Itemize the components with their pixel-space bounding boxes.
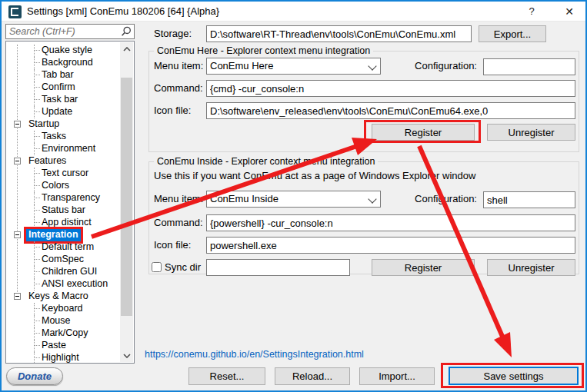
tree-connector [34, 143, 35, 155]
close-button[interactable]: ✕ [554, 2, 585, 22]
tree-item-startup[interactable]: Startup [6, 118, 134, 131]
here-icon-file-label: Icon file: [154, 102, 191, 119]
tree-connector [34, 303, 35, 315]
tree-item-label: Keys & Macro [26, 291, 91, 303]
tree-item-default-term[interactable]: Default term [6, 241, 134, 254]
settings-integration-link[interactable]: https://conemu.github.io/en/SettingsInte… [145, 349, 364, 360]
tree-connector [34, 81, 35, 94]
inside-menu-item-combobox[interactable]: ConEmu Inside [206, 191, 381, 208]
tree-item-children-gui[interactable]: Children GUI [6, 266, 134, 278]
tree-item-label: Default term [39, 241, 96, 254]
tree-item-paste[interactable]: Paste [6, 340, 134, 352]
tree-item-app-distinct[interactable]: App distinct [6, 217, 134, 229]
help-button[interactable]: ? [519, 2, 545, 22]
chevron-down-icon [369, 63, 375, 70]
scroll-down-icon[interactable] [120, 349, 133, 362]
inside-register-button[interactable]: Register [372, 259, 475, 276]
tree-scrollbar[interactable] [120, 42, 133, 362]
tree-item-label: Background [39, 57, 95, 69]
here-menu-item-combobox[interactable]: ConEmu Here [206, 58, 381, 75]
tree-item-update[interactable]: Update [6, 106, 134, 118]
tree-connector [34, 241, 35, 254]
sync-dir-checkbox[interactable] [152, 262, 162, 272]
tree-item-mouse[interactable]: Mouse [6, 315, 134, 327]
tree-item-tab-bar[interactable]: Tab bar [6, 69, 134, 81]
tree-item-label: Status bar [39, 204, 88, 217]
scroll-up-icon[interactable] [120, 42, 133, 55]
tree-item-keyboard[interactable]: Keyboard [6, 303, 134, 315]
tree-item-mark-copy[interactable]: Mark/Copy [6, 327, 134, 340]
tree-item-label: Highlight [39, 352, 82, 364]
storage-label: Storage: [154, 25, 192, 42]
donate-button[interactable]: Donate [6, 367, 63, 385]
tree-item-label: Tab bar [39, 69, 76, 81]
tree-item-background[interactable]: Background [6, 57, 134, 69]
inside-menu-item-label: Menu item: [154, 191, 203, 208]
tree-item-keys-macro[interactable]: Keys & Macro [6, 291, 134, 303]
tree-item-text-cursor[interactable]: Text cursor [6, 168, 134, 180]
reset-button[interactable]: Reset... [188, 367, 265, 385]
tree-connector [34, 352, 35, 364]
search-input[interactable] [5, 24, 135, 39]
settings-window: Settings [xml] ConEmu 180206 [64] {Alpha… [0, 0, 587, 392]
here-command-label: Command: [154, 80, 203, 97]
tree-item-label: Startup [26, 118, 62, 131]
inside-command-input[interactable] [206, 214, 575, 231]
here-register-button[interactable]: Register [372, 124, 475, 141]
tree-item-label: Features [26, 155, 68, 168]
tree-connector [34, 180, 35, 192]
conemu-app-icon [8, 5, 22, 18]
sync-dir-input[interactable] [206, 259, 350, 276]
tree-item-status-bar[interactable]: Status bar [6, 204, 134, 217]
collapse-minus-icon[interactable] [14, 121, 21, 128]
tree-item-quake-style[interactable]: Quake style [6, 45, 134, 57]
here-icon-file-input[interactable] [206, 102, 575, 119]
tree-connector [34, 266, 35, 278]
here-command-input[interactable] [206, 80, 575, 97]
tree-item-ansi-execution[interactable]: ANSI execution [6, 278, 134, 291]
search-icon [121, 26, 132, 37]
inside-configuration-input[interactable] [483, 191, 575, 208]
save-settings-button[interactable]: Save settings [449, 367, 579, 385]
scrollbar-thumb[interactable] [121, 78, 132, 316]
tree-item-features[interactable]: Features [6, 155, 134, 168]
tree-item-label: Keyboard [39, 303, 85, 315]
sync-dir-label: Sync dir [165, 259, 201, 276]
inside-configuration-label: Configuration: [412, 191, 477, 208]
tree-item-environment[interactable]: Environment [6, 143, 134, 155]
tree-item-colors[interactable]: Colors [6, 180, 134, 192]
collapse-minus-icon[interactable] [14, 293, 21, 300]
tree-item-label: Quake style [39, 45, 95, 57]
storage-path-input[interactable] [206, 25, 472, 42]
tree-item-confirm[interactable]: Confirm [6, 81, 134, 94]
here-menu-item-value: ConEmu Here [210, 60, 273, 71]
collapse-minus-icon[interactable] [14, 231, 21, 238]
collapse-minus-icon[interactable] [14, 158, 21, 164]
inside-description: Use this if you want ConEmu act as a pag… [154, 168, 475, 184]
tree-item-label: Integration [26, 229, 81, 241]
tree-item-comspec[interactable]: ComSpec [6, 254, 134, 266]
tree-item-task-bar[interactable]: Task bar [6, 94, 134, 106]
tree-item-label: ANSI execution [39, 278, 110, 291]
tree-connector [34, 106, 35, 118]
reload-button[interactable]: Reload... [275, 367, 350, 385]
tree-item-integration[interactable]: Integration [6, 229, 134, 241]
here-configuration-input[interactable] [483, 58, 575, 75]
tree-connector [34, 168, 35, 180]
here-unregister-button[interactable]: Unregister [487, 124, 575, 141]
export-button[interactable]: Export... [479, 25, 546, 42]
tree-connector [34, 204, 35, 217]
tree-connector [34, 327, 35, 340]
search-box [5, 24, 135, 39]
tree-item-transparency[interactable]: Transparency [6, 192, 134, 204]
inside-icon-file-input[interactable] [206, 237, 575, 254]
tree-item-highlight[interactable]: Highlight [6, 352, 134, 364]
tree-item-label: Colors [39, 180, 72, 192]
tree-connector [34, 192, 35, 204]
import-button[interactable]: Import... [359, 367, 435, 385]
tree-item-label: Update [39, 106, 75, 118]
tree-item-tasks[interactable]: Tasks [6, 131, 134, 143]
tree-item-label: ComSpec [39, 254, 86, 266]
here-menu-item-label: Menu item: [154, 58, 203, 75]
inside-unregister-button[interactable]: Unregister [487, 259, 575, 276]
